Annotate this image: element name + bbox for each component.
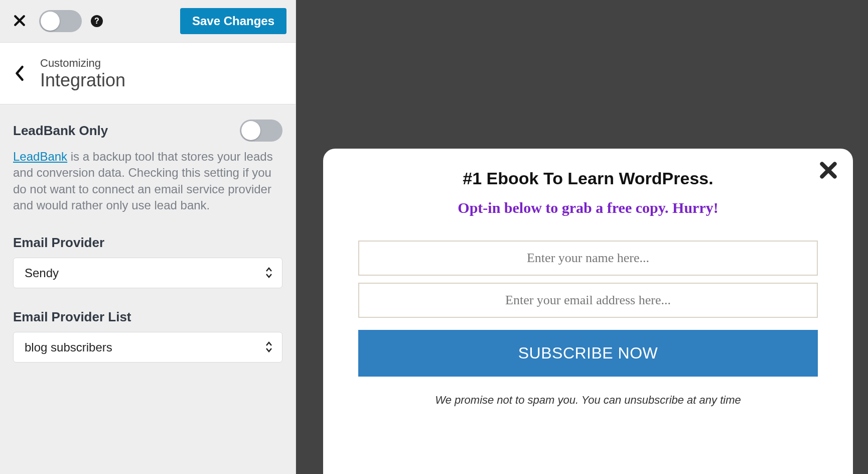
modal-form: SUBSCRIBE NOW We promise not to spam you… [358,241,818,407]
panel-body: LeadBank Only LeadBank is a backup tool … [0,104,296,378]
close-icon [819,161,838,180]
leadbank-toggle[interactable] [240,120,282,142]
back-button[interactable] [11,61,35,87]
modal-title: #1 Ebook To Learn WordPress. [358,169,818,188]
subscribe-button[interactable]: SUBSCRIBE NOW [358,330,818,377]
preview-pane: #1 Ebook To Learn WordPress. Opt-in belo… [296,0,868,474]
panel-label: Customizing [40,57,125,70]
help-icon[interactable]: ? [91,15,103,27]
close-button[interactable] [9,10,30,33]
save-button[interactable]: Save Changes [180,8,286,34]
chevron-left-icon [14,65,25,82]
leadbank-description: LeadBank is a backup tool that stores yo… [13,149,282,214]
email-input[interactable] [358,283,818,318]
toggle-knob [41,12,60,31]
modal-close-button[interactable] [819,161,838,181]
email-provider-select[interactable]: Sendy [13,258,282,288]
email-provider-list-select[interactable]: blog subscribers [13,332,282,363]
optin-modal: #1 Ebook To Learn WordPress. Opt-in belo… [323,149,853,474]
email-provider-label: Email Provider [13,235,282,251]
email-provider-list-label: Email Provider List [13,309,282,325]
customizer-sidebar: ? Save Changes Customizing Integration L… [0,0,296,474]
leadbank-heading: LeadBank Only [13,123,108,139]
name-input[interactable] [358,241,818,276]
page-title: Integration [40,70,125,91]
leadbank-link[interactable]: LeadBank [13,150,67,163]
panel-header: Customizing Integration [0,43,296,104]
preview-toggle[interactable] [39,10,82,32]
topbar: ? Save Changes [0,0,296,43]
modal-note: We promise not to spam you. You can unsu… [435,394,741,407]
modal-subtitle: Opt-in below to grab a free copy. Hurry! [358,199,818,216]
close-icon [12,13,27,28]
toggle-knob [241,121,260,140]
